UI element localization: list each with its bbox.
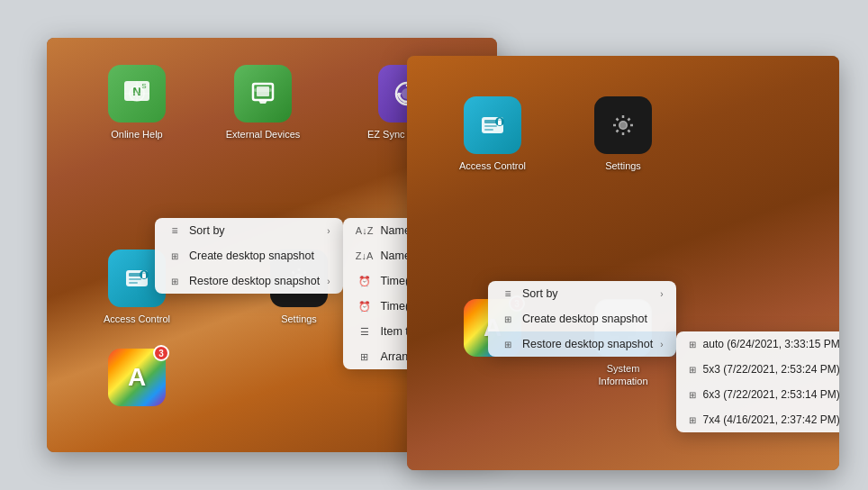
sort-by-label: Sort by [189,224,225,237]
snap-auto-label: auto (6/24/2021, 3:33:15 PM) [703,338,839,350]
system-info-label: System Information [598,362,647,388]
online-help-label: Online Help [111,128,162,141]
sort-right-icon: ≡ [501,287,515,300]
item-type-icon: ☰ [356,326,374,338]
restore-snapshot-left[interactable]: ⊞ Restore desktop snapshot › [155,268,343,294]
name-az-icon: A↓Z [356,225,374,236]
create-snap-right-label: Create desktop snapshot [522,313,647,325]
sort-icon: ≡ [167,224,182,237]
app-settings-right[interactable]: Settings [583,96,664,172]
access-control-right-icon [464,96,521,154]
app-external-devices[interactable]: External Devices [222,65,303,141]
snap-auto-icon: ⊞ [689,340,696,349]
restore-chevron: › [327,277,330,286]
restore-snapshot-icon: ⊞ [167,277,182,286]
restore-right-chevron: › [660,340,663,349]
svg-point-30 [620,122,627,129]
sort-right-chevron: › [660,289,663,299]
restore-snapshot-right[interactable]: ⊞ Restore desktop snapshot › ⊞ auto (6/2… [488,331,676,357]
sort-chevron: › [327,226,330,236]
time-old-icon: ⏰ [356,276,374,287]
online-help-icon: N S [108,65,166,122]
snap-6x3-item[interactable]: ⊞ 6x3 (7/22/2021, 2:53:14 PM) [676,382,839,407]
external-devices-label: External Devices [226,128,301,141]
snap-5x3-label: 5x3 (7/22/2021, 2:53:24 PM) [703,363,839,376]
create-snapshot-icon: ⊞ [167,251,182,261]
create-snapshot-label: Create desktop snapshot [189,250,314,262]
create-snap-right-icon: ⊞ [501,314,515,324]
snap-7x4-label: 7x4 (4/16/2021, 2:37:42 PM) [703,413,839,426]
external-devices-icon [234,65,292,122]
settings-left-label: Settings [281,313,317,325]
arrange-icon: ⊞ [356,351,374,363]
create-snapshot-left[interactable]: ⊞ Create desktop snapshot [155,243,343,268]
aurora-left-icon: 3 A [108,349,166,406]
snap-5x3-icon: ⊞ [689,365,696,375]
snap-5x3-item[interactable]: ⊞ 5x3 (7/22/2021, 2:53:24 PM) [676,357,839,382]
sort-by-right-label: Sort by [522,287,558,300]
aurora-left-badge: 3 [153,345,169,361]
svg-rect-16 [129,282,138,284]
screenshots-container: N S Online Help [29,20,839,470]
access-control-right-label: Access Control [459,159,526,172]
app-aurora-left[interactable]: 3 A [96,349,177,412]
restore-snapshot-label: Restore desktop snapshot [189,275,320,287]
sort-by-menu-item[interactable]: ≡ Sort by › A↓Z Name(a-z) Z↓A Name(z-a) … [155,218,343,243]
time-new-icon: ⏰ [356,301,374,313]
create-snapshot-right[interactable]: ⊞ Create desktop snapshot [488,306,676,331]
snap-7x4-icon: ⊞ [689,415,696,425]
sort-by-right-item[interactable]: ≡ Sort by › [488,281,676,306]
app-online-help[interactable]: N S Online Help [96,65,177,141]
snap-6x3-label: 6x3 (7/22/2021, 2:53:14 PM) [703,388,839,401]
snap-7x4-item[interactable]: ⊞ 7x4 (4/16/2021, 2:37:42 PM) [676,407,839,432]
settings-right-label: Settings [605,159,641,172]
name-za-icon: Z↓A [356,250,374,261]
svg-rect-25 [484,129,493,131]
svg-rect-15 [129,278,141,280]
snapshot-submenu: ⊞ auto (6/24/2021, 3:33:15 PM) ⊞ 5x3 (7/… [676,331,839,432]
restore-snap-right-label: Restore desktop snapshot [522,338,653,350]
app-access-control-right[interactable]: Access Control [452,96,533,172]
settings-right-icon [594,96,652,154]
context-menu-right: ≡ Sort by › ⊞ Create desktop snapshot ⊞ … [488,281,676,357]
desktop-panel-right: Access Control [407,56,839,470]
restore-snap-right-icon: ⊞ [501,340,515,349]
context-menu-left: ≡ Sort by › A↓Z Name(a-z) Z↓A Name(z-a) … [155,218,343,294]
access-control-left-label: Access Control [104,313,170,325]
snap-6x3-icon: ⊞ [689,390,696,400]
svg-rect-24 [484,125,497,127]
snap-auto-item[interactable]: ⊞ auto (6/24/2021, 3:33:15 PM) [676,331,839,357]
